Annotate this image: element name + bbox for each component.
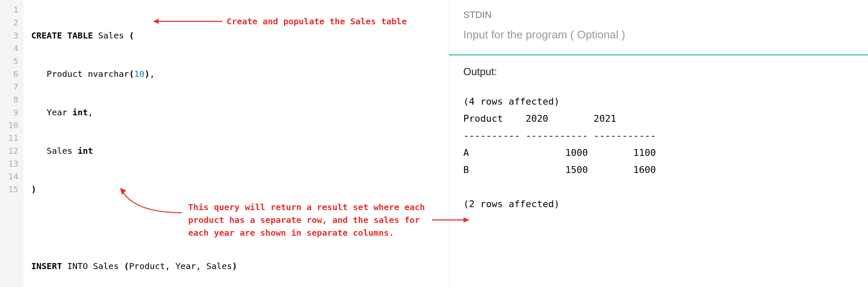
line-number: 11: [0, 132, 24, 144]
output-text: (4 rows affected) Product 2020 2021 ----…: [464, 93, 853, 213]
line-number: 9: [0, 106, 24, 119]
code-line[interactable]: ): [31, 183, 449, 196]
output-label: Output:: [464, 66, 853, 78]
line-number: 8: [0, 93, 24, 106]
arrow-icon: [152, 17, 224, 26]
line-number: 13: [0, 157, 24, 170]
line-number: 5: [0, 55, 24, 67]
code-editor[interactable]: CREATE TABLE Sales ( Product nvarchar(10…: [24, 0, 449, 287]
svg-marker-1: [153, 19, 159, 24]
code-editor-pane: 1 2 3 4 5 6 7 8 9 10 11 12 13 14 15 CREA…: [0, 0, 449, 287]
line-number: 14: [0, 170, 24, 183]
code-line[interactable]: INSERT INTO Sales (Product, Year, Sales): [31, 260, 449, 272]
code-line[interactable]: Year int,: [31, 106, 449, 119]
line-number: 1: [0, 3, 24, 16]
stdin-section: STDIN: [449, 0, 868, 56]
line-number: 10: [0, 119, 24, 132]
io-pane: STDIN Output: (4 rows affected) Product …: [449, 0, 868, 287]
stdin-label: STDIN: [464, 9, 853, 20]
line-number: 6: [0, 67, 24, 80]
line-number-gutter: 1 2 3 4 5 6 7 8 9 10 11 12 13 14 15: [0, 0, 24, 287]
output-section: Output: (4 rows affected) Product 2020 2…: [449, 56, 868, 223]
line-number: 12: [0, 144, 24, 157]
annotation-label: Create and populate the Sales table: [227, 15, 407, 28]
code-line[interactable]: CREATE TABLE Sales (: [31, 29, 449, 42]
line-number: 15: [0, 183, 24, 196]
code-line[interactable]: [31, 221, 449, 234]
line-number: 2: [0, 16, 24, 29]
stdin-input[interactable]: [464, 28, 853, 41]
line-number: 7: [0, 80, 24, 93]
line-number: 3: [0, 29, 24, 42]
line-number: 4: [0, 42, 24, 55]
annotation-line: This query will return a result set wher…: [188, 201, 462, 214]
code-line[interactable]: Sales int: [31, 144, 449, 157]
code-line[interactable]: Product nvarchar(10),: [31, 67, 449, 80]
